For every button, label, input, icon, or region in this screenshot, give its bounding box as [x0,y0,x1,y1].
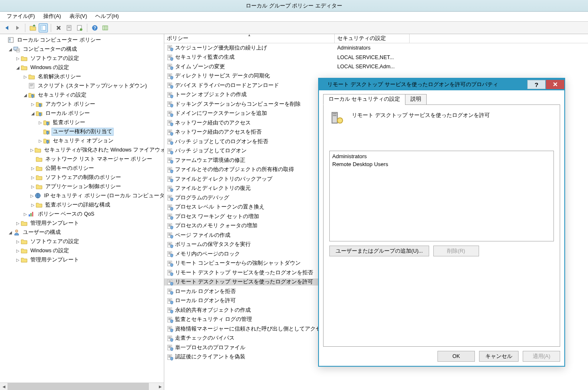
caret-icon[interactable]: ▷ [15,56,20,61]
tree-pk-policies[interactable]: ▷ 公開キーのポリシー [1,164,164,173]
tree-scrollbar-h[interactable]: ◀ ▶ [0,383,164,390]
policy-icon [167,260,173,267]
add-user-group-button[interactable]: ユーザーまたはグループの追加(U)... [329,246,429,256]
scroll-left-icon[interactable]: ◀ [0,383,7,390]
svg-rect-32 [68,27,70,28]
caret-icon[interactable]: ▷ [15,239,20,244]
tree-u-windows[interactable]: ▷ Windows の設定 [1,246,164,255]
caret-icon[interactable]: ▷ [30,175,35,180]
policy-name: ネットワーク経由でのアクセス [175,119,251,127]
policy-icon [167,344,173,351]
caret-icon[interactable]: ◢ [23,93,27,97]
policy-icon [167,194,173,201]
policy-icon [167,298,173,304]
tree-software-settings[interactable]: ▷ ソフトウェアの設定 [1,54,164,63]
policy-name: リモート デスクトップ サービスを使ったログオンを拒否 [175,269,313,276]
caret-icon[interactable]: ◢ [8,230,12,235]
caret-icon[interactable]: ▷ [30,102,35,107]
tree-acp[interactable]: ▷ アプリケーション制御ポリシー [1,182,164,191]
caret-icon[interactable]: ▷ [15,258,20,262]
caret-icon[interactable]: ▷ [23,75,27,79]
tree-adv-audit[interactable]: ▷ 監査ポリシーの詳細な構成 [1,200,164,209]
policy-row[interactable]: スケジューリング優先順位の繰り上げAdministrators [164,43,588,53]
remove-button[interactable]: 削除(R) [433,246,479,256]
ok-button[interactable]: OK [437,351,475,362]
list-header: ポリシー ▲ セキュリティの設定 [164,34,588,43]
caret-icon[interactable]: ▷ [30,184,35,189]
tree-root[interactable]: ローカル コンピューター ポリシー [1,35,164,45]
members-listbox[interactable]: AdministratorsRemote Desktop Users [329,151,554,241]
menubar: ファイル(F) 操作(A) 表示(V) ヘルプ(H) [0,12,588,22]
caret-icon[interactable]: ▷ [15,248,20,253]
caret-icon[interactable]: ▷ [23,212,27,216]
toolbar-filter[interactable] [101,23,110,32]
server-icon [329,111,343,125]
cancel-button[interactable]: キャンセル [479,351,519,362]
member-item[interactable]: Remote Desktop Users [332,160,551,168]
tree-ipsec[interactable]: ▷ IP セキュリティ ポリシー (ローカル コンピューター) [1,191,164,200]
toolbar-export[interactable] [64,23,74,32]
tree-security-settings[interactable]: ◢ セキュリティの設定 [1,90,164,99]
tree-local-policies[interactable]: ◢ ローカル ポリシー [1,109,164,118]
column-policy[interactable]: ポリシー ▲ [164,34,335,43]
tree-srp[interactable]: ▷ ソフトウェアの制限のポリシー [1,173,164,182]
policy-name: プロセス ワーキング セットの増加 [175,213,259,220]
policy-row[interactable]: セキュリティ監査の生成LOCAL SERVICE,NET... [164,53,588,62]
apply-button[interactable]: 適用(A) [523,351,560,362]
user-icon [13,229,20,236]
toolbar-show-tree[interactable] [39,23,48,32]
tree-u-software[interactable]: ▷ ソフトウェアの設定 [1,237,164,246]
menu-file[interactable]: ファイル(F) [2,12,39,21]
tree-security-options[interactable]: ▷ セキュリティ オプション [1,136,164,145]
tree-computer-config[interactable]: ◢ コンピューターの構成 [1,45,164,54]
folder-icon [36,183,42,190]
caret-icon[interactable]: ◢ [30,111,35,116]
tree-qos[interactable]: ▷ ポリシー ベースの QoS [1,209,164,219]
tree-wfas[interactable]: ▷ セキュリティが強化された Windows ファイアウォール [1,145,164,154]
dialog-titlebar[interactable]: リモート デスクトップ サービスを使ったログオンを許可のプロパティ ? ✕ [319,79,564,90]
toolbar-up[interactable] [28,23,37,32]
tree-admin-templates[interactable]: ▷ 管理用テンプレート [1,219,164,228]
policy-name: リモート コンピューターからの強制シャットダウン [175,260,301,267]
menu-help[interactable]: ヘルプ(H) [91,12,123,21]
policy-name: ディレクトリ サービス データの同期化 [175,72,270,79]
caret-icon[interactable]: ◢ [8,47,12,52]
caret-icon[interactable]: ▷ [30,148,34,152]
caret-icon[interactable]: ▷ [15,221,20,226]
tree-audit-policy[interactable]: ▷ 監査ポリシー [1,118,164,127]
policy-icon [167,157,173,164]
caret-icon[interactable]: ▷ [30,166,35,171]
tab-local-security[interactable]: ローカル セキュリティの設定 [323,94,405,105]
toolbar-help[interactable]: ? [90,23,99,32]
toolbar-properties[interactable] [75,23,84,32]
member-item[interactable]: Administrators [332,152,551,160]
tab-panel: リモート デスクトップ サービスを使ったログオンを許可 Administrato… [323,104,560,347]
column-security[interactable]: セキュリティの設定 [335,34,410,43]
dialog-close-button[interactable]: ✕ [546,80,564,89]
tree-scripts[interactable]: スクリプト (スタートアップ/シャットダウン) [1,81,164,90]
policy-row[interactable]: タイム ゾーンの変更LOCAL SERVICE,Adm... [164,62,588,72]
policy-icon [167,325,173,332]
dialog-help-button[interactable]: ? [527,80,546,89]
tree-user-config[interactable]: ◢ ユーザーの構成 [1,228,164,237]
toolbar-back[interactable] [2,23,12,32]
caret-icon[interactable]: ▷ [38,120,42,125]
policy-name-label: リモート デスクトップ サービスを使ったログオンを許可 [352,111,490,119]
tree-account-policies[interactable]: ▷ アカウント ポリシー [1,99,164,109]
tree-nlm[interactable]: ネットワーク リスト マネージャー ポリシー [1,154,164,164]
tree-user-rights[interactable]: ユーザー権利の割り当て [1,127,164,136]
tree-windows-settings[interactable]: ◢ Windows の設定 [1,63,164,72]
tree-u-admin[interactable]: ▷ 管理用テンプレート [1,255,164,264]
policy-name: ファイルとその他のオブジェクトの所有権の取得 [175,166,294,173]
toolbar-forward[interactable] [13,23,22,32]
menu-action[interactable]: 操作(A) [39,12,65,21]
scroll-right-icon[interactable]: ▶ [156,383,164,390]
tab-explain[interactable]: 説明 [405,94,427,105]
toolbar-delete[interactable] [54,23,63,32]
menu-view[interactable]: 表示(V) [65,12,91,21]
caret-icon[interactable]: ▷ [30,203,35,207]
tree-name-resolution[interactable]: ▷ 名前解決ポリシー [1,72,164,81]
caret-icon[interactable]: ▷ [38,139,42,143]
caret-icon[interactable]: ▷ [30,194,34,198]
caret-icon[interactable]: ◢ [15,65,20,70]
